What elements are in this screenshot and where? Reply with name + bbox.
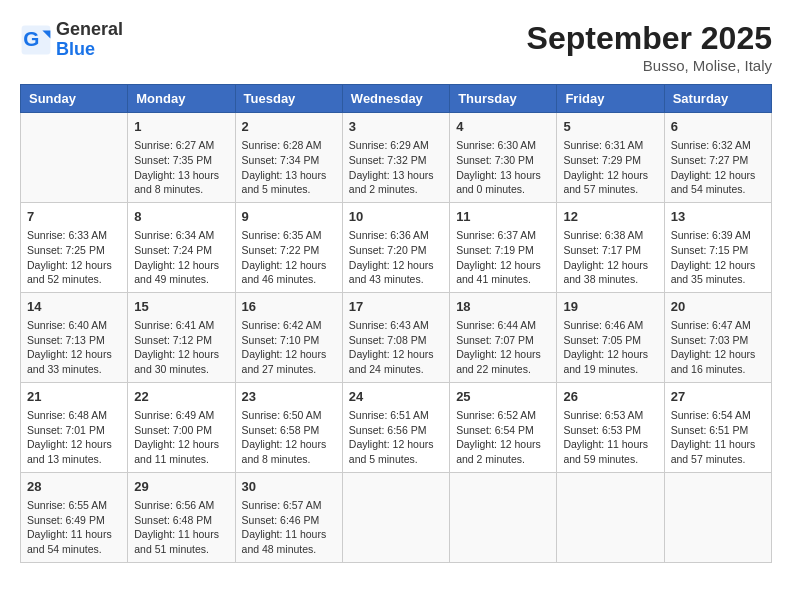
calendar-cell: 17Sunrise: 6:43 AM Sunset: 7:08 PM Dayli… bbox=[342, 292, 449, 382]
day-info: Sunrise: 6:33 AM Sunset: 7:25 PM Dayligh… bbox=[27, 228, 121, 287]
calendar-cell: 18Sunrise: 6:44 AM Sunset: 7:07 PM Dayli… bbox=[450, 292, 557, 382]
calendar-header-tuesday: Tuesday bbox=[235, 85, 342, 113]
day-info: Sunrise: 6:37 AM Sunset: 7:19 PM Dayligh… bbox=[456, 228, 550, 287]
day-number: 4 bbox=[456, 118, 550, 136]
day-info: Sunrise: 6:29 AM Sunset: 7:32 PM Dayligh… bbox=[349, 138, 443, 197]
day-info: Sunrise: 6:43 AM Sunset: 7:08 PM Dayligh… bbox=[349, 318, 443, 377]
calendar-cell bbox=[342, 472, 449, 562]
calendar-header-thursday: Thursday bbox=[450, 85, 557, 113]
day-number: 28 bbox=[27, 478, 121, 496]
day-number: 3 bbox=[349, 118, 443, 136]
day-info: Sunrise: 6:27 AM Sunset: 7:35 PM Dayligh… bbox=[134, 138, 228, 197]
day-info: Sunrise: 6:41 AM Sunset: 7:12 PM Dayligh… bbox=[134, 318, 228, 377]
calendar-cell: 1Sunrise: 6:27 AM Sunset: 7:35 PM Daylig… bbox=[128, 113, 235, 203]
day-info: Sunrise: 6:28 AM Sunset: 7:34 PM Dayligh… bbox=[242, 138, 336, 197]
calendar-cell bbox=[664, 472, 771, 562]
calendar-cell: 9Sunrise: 6:35 AM Sunset: 7:22 PM Daylig… bbox=[235, 202, 342, 292]
day-number: 7 bbox=[27, 208, 121, 226]
calendar-cell: 6Sunrise: 6:32 AM Sunset: 7:27 PM Daylig… bbox=[664, 113, 771, 203]
day-number: 14 bbox=[27, 298, 121, 316]
day-info: Sunrise: 6:57 AM Sunset: 6:46 PM Dayligh… bbox=[242, 498, 336, 557]
calendar-cell: 24Sunrise: 6:51 AM Sunset: 6:56 PM Dayli… bbox=[342, 382, 449, 472]
day-info: Sunrise: 6:47 AM Sunset: 7:03 PM Dayligh… bbox=[671, 318, 765, 377]
calendar-header-friday: Friday bbox=[557, 85, 664, 113]
day-info: Sunrise: 6:44 AM Sunset: 7:07 PM Dayligh… bbox=[456, 318, 550, 377]
day-number: 16 bbox=[242, 298, 336, 316]
calendar-header-monday: Monday bbox=[128, 85, 235, 113]
day-info: Sunrise: 6:39 AM Sunset: 7:15 PM Dayligh… bbox=[671, 228, 765, 287]
calendar-cell: 12Sunrise: 6:38 AM Sunset: 7:17 PM Dayli… bbox=[557, 202, 664, 292]
day-number: 26 bbox=[563, 388, 657, 406]
day-number: 17 bbox=[349, 298, 443, 316]
calendar-cell: 3Sunrise: 6:29 AM Sunset: 7:32 PM Daylig… bbox=[342, 113, 449, 203]
calendar-cell bbox=[557, 472, 664, 562]
day-info: Sunrise: 6:54 AM Sunset: 6:51 PM Dayligh… bbox=[671, 408, 765, 467]
calendar-cell: 4Sunrise: 6:30 AM Sunset: 7:30 PM Daylig… bbox=[450, 113, 557, 203]
calendar-header-sunday: Sunday bbox=[21, 85, 128, 113]
title-block: September 2025 Busso, Molise, Italy bbox=[527, 20, 772, 74]
day-number: 18 bbox=[456, 298, 550, 316]
calendar-week-row: 28Sunrise: 6:55 AM Sunset: 6:49 PM Dayli… bbox=[21, 472, 772, 562]
calendar-week-row: 1Sunrise: 6:27 AM Sunset: 7:35 PM Daylig… bbox=[21, 113, 772, 203]
calendar-cell: 7Sunrise: 6:33 AM Sunset: 7:25 PM Daylig… bbox=[21, 202, 128, 292]
calendar-cell bbox=[450, 472, 557, 562]
calendar-cell: 16Sunrise: 6:42 AM Sunset: 7:10 PM Dayli… bbox=[235, 292, 342, 382]
day-number: 2 bbox=[242, 118, 336, 136]
day-info: Sunrise: 6:52 AM Sunset: 6:54 PM Dayligh… bbox=[456, 408, 550, 467]
day-info: Sunrise: 6:49 AM Sunset: 7:00 PM Dayligh… bbox=[134, 408, 228, 467]
day-info: Sunrise: 6:51 AM Sunset: 6:56 PM Dayligh… bbox=[349, 408, 443, 467]
logo: G General Blue bbox=[20, 20, 123, 60]
calendar-cell: 25Sunrise: 6:52 AM Sunset: 6:54 PM Dayli… bbox=[450, 382, 557, 472]
day-number: 10 bbox=[349, 208, 443, 226]
calendar-cell: 2Sunrise: 6:28 AM Sunset: 7:34 PM Daylig… bbox=[235, 113, 342, 203]
calendar-cell: 22Sunrise: 6:49 AM Sunset: 7:00 PM Dayli… bbox=[128, 382, 235, 472]
day-info: Sunrise: 6:30 AM Sunset: 7:30 PM Dayligh… bbox=[456, 138, 550, 197]
logo-general: General bbox=[56, 19, 123, 39]
calendar-cell: 13Sunrise: 6:39 AM Sunset: 7:15 PM Dayli… bbox=[664, 202, 771, 292]
day-info: Sunrise: 6:38 AM Sunset: 7:17 PM Dayligh… bbox=[563, 228, 657, 287]
day-info: Sunrise: 6:35 AM Sunset: 7:22 PM Dayligh… bbox=[242, 228, 336, 287]
calendar-week-row: 21Sunrise: 6:48 AM Sunset: 7:01 PM Dayli… bbox=[21, 382, 772, 472]
calendar-cell: 15Sunrise: 6:41 AM Sunset: 7:12 PM Dayli… bbox=[128, 292, 235, 382]
calendar-header-wednesday: Wednesday bbox=[342, 85, 449, 113]
month-title: September 2025 bbox=[527, 20, 772, 57]
day-info: Sunrise: 6:40 AM Sunset: 7:13 PM Dayligh… bbox=[27, 318, 121, 377]
calendar-cell: 30Sunrise: 6:57 AM Sunset: 6:46 PM Dayli… bbox=[235, 472, 342, 562]
calendar-cell: 20Sunrise: 6:47 AM Sunset: 7:03 PM Dayli… bbox=[664, 292, 771, 382]
calendar-cell: 23Sunrise: 6:50 AM Sunset: 6:58 PM Dayli… bbox=[235, 382, 342, 472]
calendar-cell: 27Sunrise: 6:54 AM Sunset: 6:51 PM Dayli… bbox=[664, 382, 771, 472]
day-info: Sunrise: 6:48 AM Sunset: 7:01 PM Dayligh… bbox=[27, 408, 121, 467]
day-info: Sunrise: 6:46 AM Sunset: 7:05 PM Dayligh… bbox=[563, 318, 657, 377]
calendar-table: SundayMondayTuesdayWednesdayThursdayFrid… bbox=[20, 84, 772, 563]
day-info: Sunrise: 6:34 AM Sunset: 7:24 PM Dayligh… bbox=[134, 228, 228, 287]
day-info: Sunrise: 6:42 AM Sunset: 7:10 PM Dayligh… bbox=[242, 318, 336, 377]
day-info: Sunrise: 6:31 AM Sunset: 7:29 PM Dayligh… bbox=[563, 138, 657, 197]
day-info: Sunrise: 6:55 AM Sunset: 6:49 PM Dayligh… bbox=[27, 498, 121, 557]
calendar-cell: 29Sunrise: 6:56 AM Sunset: 6:48 PM Dayli… bbox=[128, 472, 235, 562]
day-number: 13 bbox=[671, 208, 765, 226]
day-info: Sunrise: 6:56 AM Sunset: 6:48 PM Dayligh… bbox=[134, 498, 228, 557]
calendar-cell: 26Sunrise: 6:53 AM Sunset: 6:53 PM Dayli… bbox=[557, 382, 664, 472]
calendar-header-row: SundayMondayTuesdayWednesdayThursdayFrid… bbox=[21, 85, 772, 113]
logo-icon: G bbox=[20, 24, 52, 56]
calendar-cell: 8Sunrise: 6:34 AM Sunset: 7:24 PM Daylig… bbox=[128, 202, 235, 292]
day-number: 22 bbox=[134, 388, 228, 406]
day-info: Sunrise: 6:36 AM Sunset: 7:20 PM Dayligh… bbox=[349, 228, 443, 287]
calendar-cell: 11Sunrise: 6:37 AM Sunset: 7:19 PM Dayli… bbox=[450, 202, 557, 292]
location: Busso, Molise, Italy bbox=[527, 57, 772, 74]
day-number: 1 bbox=[134, 118, 228, 136]
day-number: 8 bbox=[134, 208, 228, 226]
day-number: 12 bbox=[563, 208, 657, 226]
day-number: 6 bbox=[671, 118, 765, 136]
calendar-cell: 19Sunrise: 6:46 AM Sunset: 7:05 PM Dayli… bbox=[557, 292, 664, 382]
day-number: 23 bbox=[242, 388, 336, 406]
day-number: 9 bbox=[242, 208, 336, 226]
calendar-cell: 28Sunrise: 6:55 AM Sunset: 6:49 PM Dayli… bbox=[21, 472, 128, 562]
calendar-cell bbox=[21, 113, 128, 203]
calendar-cell: 21Sunrise: 6:48 AM Sunset: 7:01 PM Dayli… bbox=[21, 382, 128, 472]
day-number: 29 bbox=[134, 478, 228, 496]
calendar-week-row: 14Sunrise: 6:40 AM Sunset: 7:13 PM Dayli… bbox=[21, 292, 772, 382]
day-number: 20 bbox=[671, 298, 765, 316]
day-info: Sunrise: 6:53 AM Sunset: 6:53 PM Dayligh… bbox=[563, 408, 657, 467]
calendar-header-saturday: Saturday bbox=[664, 85, 771, 113]
